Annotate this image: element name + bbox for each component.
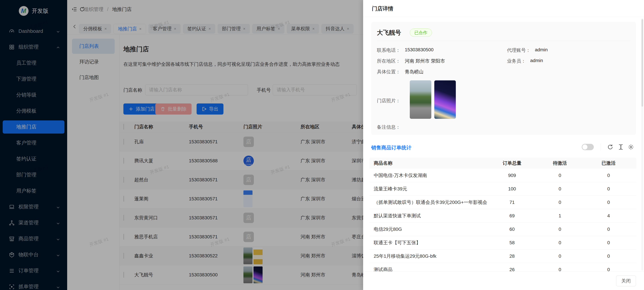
stats-column-header: 商品名称: [369, 160, 488, 166]
store-photos: [410, 80, 456, 119]
refresh-icon[interactable]: [607, 144, 614, 150]
product-name: 中国电信-万木卡仅发湖南: [369, 172, 488, 179]
field-contact-phone: 联系电话： 15303830500: [377, 47, 434, 54]
field-remark: 备注信息：: [377, 124, 405, 130]
stat-value: 0: [536, 186, 584, 192]
stats-column-header: 待激活: [536, 160, 584, 166]
store-name: 大飞靓号: [377, 29, 401, 37]
stat-value: 0: [536, 227, 584, 232]
stat-value: 0: [536, 240, 584, 245]
drawer-scrollbar[interactable]: [641, 18, 643, 270]
store-detail-card: 大飞靓号 已合作 联系电话： 15303830500 代理账号： admin 所…: [371, 22, 636, 135]
stats-toggle-switch[interactable]: [582, 144, 594, 150]
stat-value: 0: [584, 227, 633, 232]
product-name: 流量王峰卡39元: [369, 186, 488, 192]
stats-column-header: 已激活: [584, 160, 633, 166]
stat-value: 909: [488, 173, 536, 178]
field-photos-label: 门店照片：: [377, 98, 405, 104]
stats-table: 商品名称订单总量待激活已激活中国电信-万木卡仅发湖南90900流量王峰卡39元1…: [369, 158, 636, 276]
settings-gear-icon[interactable]: [628, 144, 634, 150]
stat-value: 58: [488, 240, 536, 245]
stat-value: 28: [488, 253, 536, 259]
product-name: 25年1月移动集运29元80G-bfk: [369, 253, 488, 259]
stats-row: （抓单测试敢叹号）联通会员卡39元200G+一年影视会7100: [369, 196, 636, 209]
field-agent-account: 代理账号： admin: [507, 47, 548, 54]
stats-row: 默认渠道快速下单测试6914: [369, 209, 636, 223]
drawer-footer: 关闭: [363, 271, 644, 290]
stats-row: 中国电信-万木卡仅发湖南90900: [369, 169, 636, 182]
drawer-title: 门店详情: [372, 5, 393, 13]
stats-row: 电信29元80G6000: [369, 223, 636, 236]
stats-row: 25年1月移动集运29元80G-bfk2800: [369, 249, 636, 263]
stat-value: 0: [584, 253, 633, 259]
stat-value: 0: [584, 200, 633, 205]
stat-value: 1: [536, 213, 584, 219]
app-root: M 开发版 Dashboard组织管理员工管理下游管理分销等级分佣模板地推门店客…: [0, 0, 644, 290]
product-name: 默认渠道快速下单测试: [369, 213, 488, 219]
stat-value: 0: [584, 173, 633, 178]
store-photo-neon[interactable]: [434, 80, 456, 119]
stat-value: 4: [584, 213, 633, 219]
stat-value: 0: [584, 186, 633, 192]
field-location: 具体位置： 青岛崂山: [377, 69, 424, 75]
stat-value: 0: [536, 253, 584, 259]
divider: [600, 143, 601, 151]
stats-table-header: 商品名称订单总量待激活已激活: [369, 158, 636, 169]
store-detail-drawer: 门店详情 大飞靓号 已合作 联系电话： 15303830500 代理账号： ad…: [363, 0, 644, 290]
stats-column-header: 订单总量: [488, 160, 536, 166]
stats-section-title[interactable]: 销售商品订单统计: [371, 144, 412, 151]
stat-value: 0: [536, 200, 584, 205]
column-height-icon[interactable]: [618, 144, 624, 150]
store-photo-road[interactable]: [410, 80, 432, 119]
field-region: 所在地区： 河南 郑州市 荥阳市: [377, 58, 445, 64]
product-name: 电信29元80G: [369, 226, 488, 232]
stat-value: 60: [488, 227, 536, 232]
stats-row: 联通王卡【可下五张】5800: [369, 236, 636, 249]
stat-value: 100: [488, 186, 536, 192]
close-button[interactable]: 关闭: [616, 275, 636, 286]
stats-row: 流量王峰卡39元10000: [369, 182, 636, 196]
field-salesman: 业务员： admin: [507, 58, 543, 64]
product-name: 联通王卡【可下五张】: [369, 239, 488, 246]
stat-value: 71: [488, 200, 536, 205]
stat-value: 0: [584, 240, 633, 245]
drawer-header: 门店详情: [363, 0, 644, 17]
stat-value: 0: [536, 173, 584, 178]
stat-value: 69: [488, 213, 536, 219]
product-name: （抓单测试敢叹号）联通会员卡39元200G+一年影视会: [369, 199, 488, 206]
status-badge: 已合作: [410, 29, 432, 37]
